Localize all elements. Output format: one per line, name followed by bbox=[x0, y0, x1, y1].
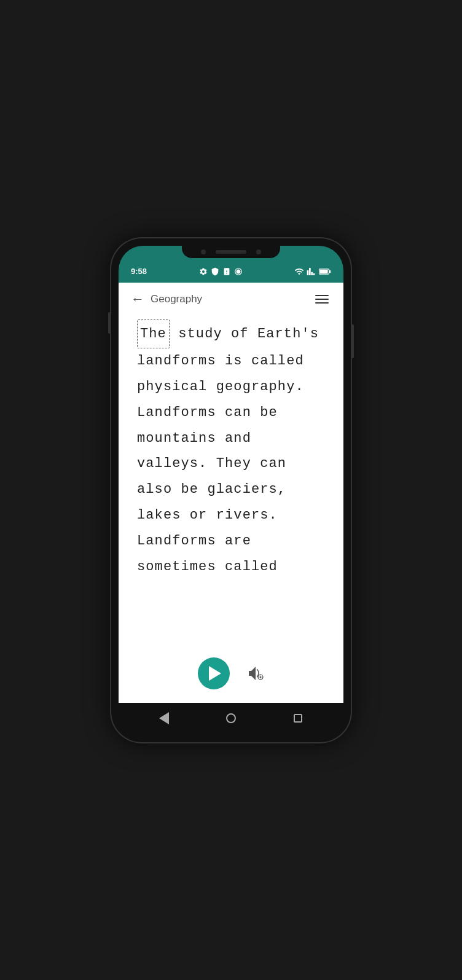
shield-icon bbox=[211, 267, 219, 276]
nav-bar bbox=[119, 703, 343, 735]
notch-area bbox=[119, 246, 343, 261]
signal-icon bbox=[307, 267, 316, 276]
status-time: 9:58 bbox=[131, 267, 147, 276]
app-header: ← Geography bbox=[119, 283, 343, 313]
highlighted-word: The bbox=[137, 319, 170, 349]
app-screen: ← Geography The study of Earth's landfor… bbox=[119, 283, 343, 703]
nav-recent-button[interactable] bbox=[289, 709, 307, 727]
nav-back-button[interactable] bbox=[155, 709, 173, 727]
wifi-icon bbox=[294, 267, 304, 276]
sim-icon bbox=[222, 267, 231, 276]
play-button[interactable] bbox=[198, 657, 230, 689]
svg-line-9 bbox=[259, 675, 259, 676]
camera-icon-2 bbox=[256, 249, 261, 254]
battery-icon bbox=[319, 267, 331, 276]
menu-line-2 bbox=[315, 299, 329, 300]
reading-text: The study of Earth's landforms is called… bbox=[137, 319, 325, 580]
reading-body-text: study of Earth's landforms is called phy… bbox=[137, 326, 319, 574]
audio-settings-icon bbox=[247, 665, 264, 682]
content-area: The study of Earth's landforms is called… bbox=[119, 313, 343, 646]
audio-settings-button[interactable] bbox=[247, 665, 264, 682]
svg-point-4 bbox=[260, 676, 262, 678]
svg-rect-2 bbox=[319, 270, 327, 273]
earpiece-speaker bbox=[216, 250, 246, 254]
nav-home-button[interactable] bbox=[222, 709, 240, 727]
status-icons bbox=[199, 267, 243, 276]
play-icon bbox=[209, 666, 221, 681]
svg-line-10 bbox=[262, 678, 262, 679]
status-bar: 9:58 bbox=[119, 261, 343, 283]
nav-home-icon bbox=[226, 713, 236, 723]
phone-screen: 9:58 bbox=[119, 246, 343, 735]
menu-line-3 bbox=[315, 302, 329, 304]
back-button[interactable]: ← Geography bbox=[131, 292, 202, 306]
menu-button[interactable] bbox=[313, 292, 331, 306]
back-arrow-icon: ← bbox=[131, 292, 144, 306]
bottom-controls bbox=[119, 646, 343, 703]
camera-icon bbox=[201, 249, 206, 254]
vpn-icon bbox=[234, 267, 243, 276]
svg-rect-1 bbox=[329, 270, 331, 272]
nav-back-icon bbox=[159, 712, 169, 724]
notch bbox=[182, 246, 280, 258]
phone-device: 9:58 bbox=[111, 238, 351, 742]
settings-icon bbox=[199, 267, 208, 276]
status-right-icons bbox=[294, 267, 331, 276]
menu-line-1 bbox=[315, 295, 329, 296]
page-title: Geography bbox=[151, 293, 202, 305]
nav-recent-icon bbox=[294, 714, 302, 723]
